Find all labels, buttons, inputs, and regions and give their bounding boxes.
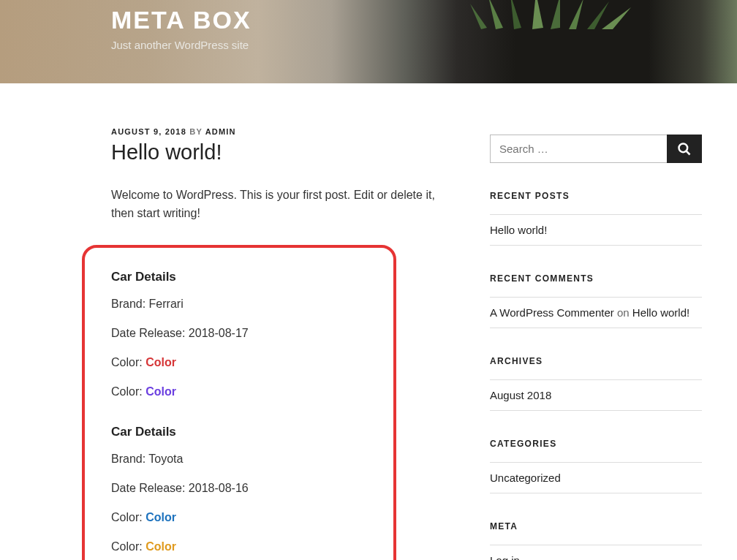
comment-target-link[interactable]: Hello world! (632, 306, 689, 319)
recent-comments-widget: RECENT COMMENTS A WordPress Commenter on… (490, 273, 702, 328)
widget-title: CATEGORIES (490, 439, 702, 449)
car-details-highlight: Car Details Brand: Ferrari Date Release:… (82, 245, 396, 560)
main-content: AUGUST 9, 2018 BY ADMIN Hello world! Wel… (111, 127, 455, 560)
sidebar: RECENT POSTS Hello world! RECENT COMMENT… (490, 127, 715, 560)
car-brand-line: Brand: Toyota (111, 453, 367, 466)
car-date-line: Date Release: 2018-08-16 (111, 482, 367, 495)
commenter-link[interactable]: A WordPress Commenter (490, 306, 614, 319)
hero-banner: META BOX Just another WordPress site (0, 0, 737, 83)
archives-widget: ARCHIVES August 2018 (490, 356, 702, 411)
search-input[interactable] (490, 135, 667, 163)
search-form (490, 135, 702, 163)
search-icon (677, 142, 692, 156)
car-color-line: Color: Color (111, 385, 367, 398)
widget-title: RECENT COMMENTS (490, 273, 702, 284)
list-item: Uncategorized (490, 462, 702, 493)
svg-point-0 (679, 143, 688, 152)
by-label: BY (189, 127, 202, 136)
car-heading: Car Details (111, 270, 367, 284)
post-meta: AUGUST 9, 2018 BY ADMIN (111, 127, 455, 136)
widget-title: RECENT POSTS (490, 191, 702, 201)
category-link[interactable]: Uncategorized (490, 472, 561, 484)
search-button[interactable] (667, 135, 702, 163)
post-title: Hello world! (111, 140, 455, 164)
car-color-line: Color: Color (111, 511, 367, 524)
widget-title: ARCHIVES (490, 356, 702, 366)
car-color-line: Color: Color (111, 540, 367, 553)
on-label: on (614, 306, 632, 319)
categories-widget: CATEGORIES Uncategorized (490, 439, 702, 493)
site-title[interactable]: META BOX (111, 6, 737, 34)
widget-title: META (490, 521, 702, 531)
car-color-line: Color: Color (111, 356, 367, 369)
login-link[interactable]: Log in (490, 554, 520, 560)
recent-posts-widget: RECENT POSTS Hello world! (490, 191, 702, 246)
list-item: A WordPress Commenter on Hello world! (490, 297, 702, 328)
archive-link[interactable]: August 2018 (490, 389, 551, 401)
recent-post-link[interactable]: Hello world! (490, 224, 547, 236)
meta-widget: META Log in (490, 521, 702, 560)
list-item: August 2018 (490, 379, 702, 411)
car-heading: Car Details (111, 425, 367, 439)
post-author-link[interactable]: ADMIN (205, 127, 236, 136)
car-brand-line: Brand: Ferrari (111, 298, 367, 311)
svg-line-1 (687, 151, 690, 154)
list-item: Log in (490, 545, 702, 560)
site-tagline: Just another WordPress site (111, 39, 737, 51)
car-block: Car Details Brand: Toyota Date Release: … (111, 425, 367, 553)
post-date-link[interactable]: AUGUST 9, 2018 (111, 127, 186, 136)
car-date-line: Date Release: 2018-08-17 (111, 327, 367, 340)
list-item: Hello world! (490, 214, 702, 246)
car-block: Car Details Brand: Ferrari Date Release:… (111, 270, 367, 398)
post-intro: Welcome to WordPress. This is your first… (111, 186, 455, 223)
